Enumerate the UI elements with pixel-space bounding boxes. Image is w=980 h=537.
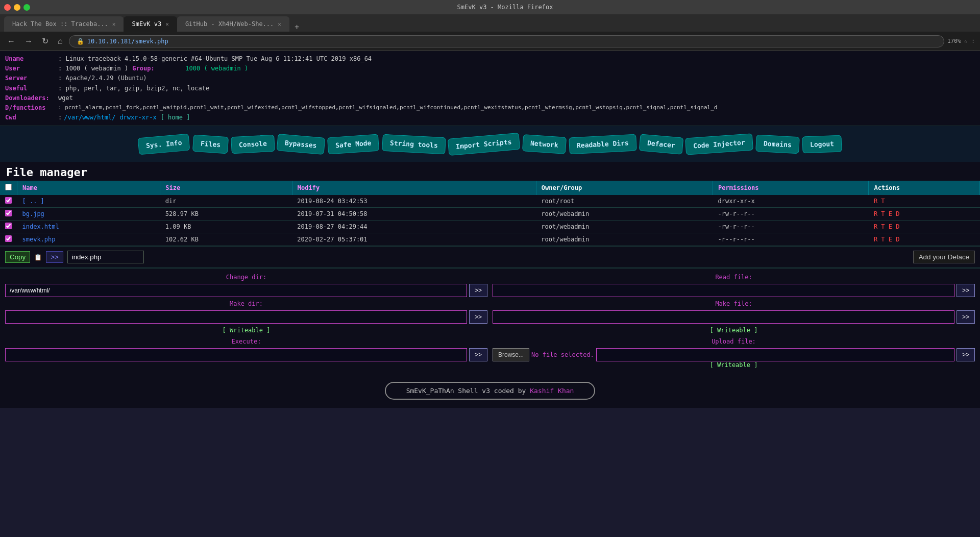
writeable-status-left: [ Writeable ] <box>5 327 487 334</box>
make-file-input[interactable] <box>493 310 954 324</box>
user-label: User <box>5 64 56 74</box>
title-bar: SmEvK v3 - Mozilla Firefox <box>0 0 980 14</box>
make-file-button[interactable]: >> <box>957 310 975 324</box>
browser-chrome: SmEvK v3 - Mozilla Firefox Hack The Box … <box>0 0 980 51</box>
read-file-button[interactable]: >> <box>957 284 975 297</box>
home-button[interactable]: ⌂ <box>55 36 66 47</box>
cwd-label: Cwd <box>5 113 56 123</box>
footer-text: SmEvK_PaThAn Shell v3 coded by <box>406 387 526 395</box>
nav-network[interactable]: Network <box>522 134 567 154</box>
close-icon[interactable]: ✕ <box>112 21 116 28</box>
reload-button[interactable]: ↻ <box>39 35 52 47</box>
row-checkbox-3[interactable] <box>5 235 12 242</box>
tab-hackthebox[interactable]: Hack The Box :: Traceba... ✕ <box>4 16 124 32</box>
nav-bypasses[interactable]: Bypasses <box>277 134 325 155</box>
cell-actions[interactable]: R T E D <box>869 221 980 233</box>
change-dir-input[interactable] <box>5 284 467 297</box>
nav-domains[interactable]: Domains <box>755 135 799 154</box>
nav-files[interactable]: Files <box>192 134 228 154</box>
browse-button[interactable]: Browse... <box>493 348 529 361</box>
tab-smevk[interactable]: SmEvK v3 ✕ <box>124 16 177 32</box>
cell-owner: root/webadmin <box>536 233 713 246</box>
uname-label: Uname <box>5 54 56 64</box>
downloaders-line: Downloaders: wget <box>5 93 975 103</box>
nav-codeinjector[interactable]: Code Injector <box>685 133 753 155</box>
cell-name: smevk.php <box>17 233 160 246</box>
tab-label: SmEvK v3 <box>132 20 161 28</box>
row-checkbox-1[interactable] <box>5 210 12 216</box>
sysinfo-section: Uname : Linux traceback 4.15.0-58-generi… <box>0 51 980 126</box>
copy-button[interactable]: Copy <box>5 251 30 263</box>
read-file-input[interactable] <box>493 284 954 297</box>
row-checkbox-0[interactable] <box>5 197 12 204</box>
cell-actions[interactable]: R T <box>869 195 980 208</box>
forward-button[interactable]: → <box>21 36 36 47</box>
col-perm: Permissions <box>713 181 869 195</box>
left-forms: Change dir: >> Make dir: >> [ Writeable … <box>5 274 487 369</box>
execute-label: Execute: <box>5 338 487 345</box>
close-icon[interactable]: ✕ <box>278 21 281 28</box>
back-button[interactable]: ← <box>4 36 18 47</box>
change-dir-label: Change dir: <box>5 274 487 281</box>
change-dir-button[interactable]: >> <box>469 284 487 297</box>
move-button[interactable]: >> <box>46 251 63 263</box>
close-button[interactable] <box>4 4 11 11</box>
writeable-status-right: [ Writeable ] <box>493 327 975 334</box>
select-all-checkbox[interactable] <box>5 184 12 190</box>
dfunctions-line: D/functions : pcntl_alarm,pcntl_fork,pcn… <box>5 103 975 113</box>
cell-name: [ .. ] <box>17 195 160 208</box>
lock-icon: 🔒 <box>77 38 84 45</box>
cell-modify: 2019-07-31 04:50:58 <box>292 208 536 221</box>
paste-icon: 📋 <box>34 254 42 261</box>
close-icon[interactable]: ✕ <box>165 21 169 28</box>
tab-label: GitHub - Xh4H/Web-She... <box>185 20 274 28</box>
cell-size: 528.97 KB <box>160 208 292 221</box>
new-tab-button[interactable]: + <box>289 22 304 32</box>
nav-defacer[interactable]: Defacer <box>639 134 683 154</box>
nav-readabledirs[interactable]: Readable Dirs <box>569 134 636 154</box>
footer-box: SmEvK_PaThAn Shell v3 coded by Kashif Kh… <box>385 382 596 400</box>
nav-menu: Sys. Info Files Console Bypasses Safe Mo… <box>0 126 980 162</box>
upload-label: Upload file: <box>493 338 975 345</box>
nav-stringtools[interactable]: String tools <box>382 134 446 154</box>
nav-importscripts[interactable]: Import Scripts <box>448 133 520 156</box>
execute-input[interactable] <box>5 348 467 361</box>
make-file-label: Make file: <box>493 300 975 307</box>
url-bar[interactable]: 🔒 10.10.10.181/smevk.php <box>69 35 944 47</box>
table-row: [ .. ] dir 2019-08-24 03:42:53 root/root… <box>0 195 980 208</box>
more-icon[interactable]: ⋮ <box>970 38 976 44</box>
downloaders-value: wget <box>58 93 73 103</box>
make-dir-input[interactable] <box>5 310 467 324</box>
nav-safemode[interactable]: Safe Mode <box>327 134 380 154</box>
nav-right: 170% ☆ ⋮ <box>947 38 976 44</box>
footer-author: Kashif Khan <box>530 387 574 395</box>
writeable-status-upload: [ Writeable ] <box>493 361 975 369</box>
deface-input[interactable] <box>67 251 144 263</box>
file-manager-title: File manager <box>0 162 980 181</box>
nav-sysinfo[interactable]: Sys. Info <box>138 133 190 155</box>
cell-perm: drwxr-xr-x <box>713 195 869 208</box>
cell-actions[interactable]: R T E D <box>869 208 980 221</box>
footer: SmEvK_PaThAn Shell v3 coded by Kashif Kh… <box>0 374 980 408</box>
cell-modify: 2020-02-27 05:37:01 <box>292 233 536 246</box>
minimize-button[interactable] <box>14 4 20 11</box>
cell-actions[interactable]: R T E D <box>869 233 980 246</box>
group-value: 1000 ( webadmin ) <box>185 64 248 74</box>
cell-perm: -rw-r--r-- <box>713 221 869 233</box>
nav-logout[interactable]: Logout <box>802 135 842 153</box>
upload-button[interactable]: >> <box>957 348 975 361</box>
window-title: SmEvK v3 - Mozilla Firefox <box>34 4 976 11</box>
cwd-line: Cwd : /var/www/html/ drwxr-xr-x [ home ] <box>5 113 975 123</box>
execute-button[interactable]: >> <box>469 348 487 361</box>
row-checkbox-2[interactable] <box>5 223 12 229</box>
tab-github[interactable]: GitHub - Xh4H/Web-She... ✕ <box>177 16 289 32</box>
make-dir-label: Make dir: <box>5 300 487 307</box>
bookmark-icon[interactable]: ☆ <box>964 38 967 44</box>
upload-input[interactable] <box>596 348 954 361</box>
maximize-button[interactable] <box>23 4 30 11</box>
dfunctions-value: : pcntl_alarm,pcntl_fork,pcntl_waitpid,p… <box>58 103 717 113</box>
nav-console[interactable]: Console <box>231 135 275 154</box>
deface-button[interactable]: Add your Deface <box>913 251 975 263</box>
make-dir-button[interactable]: >> <box>469 310 487 324</box>
no-file-text: No file selected. <box>531 351 594 358</box>
